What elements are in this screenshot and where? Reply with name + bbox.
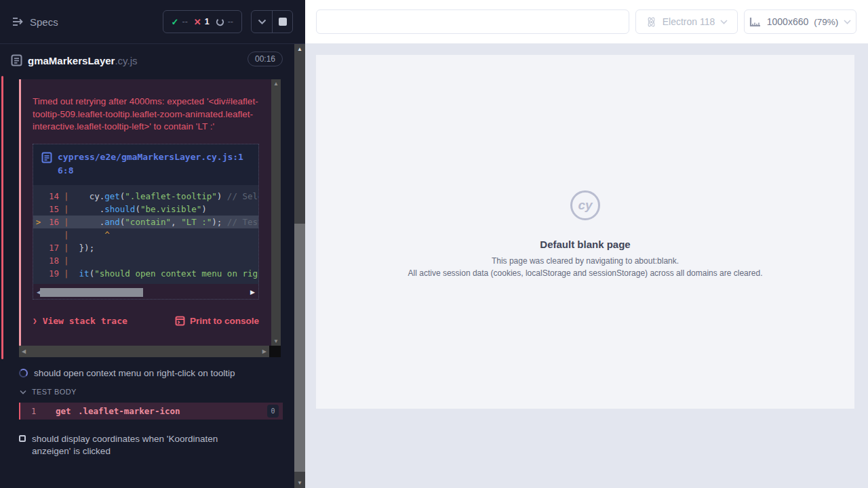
- blank-page-title: Default blank page: [316, 239, 854, 250]
- test-item-queued[interactable]: should display coordinates when 'Koordin…: [0, 433, 294, 458]
- error-content: Timed out retrying after 4000ms: expecte…: [19, 79, 271, 346]
- sidebar-scrollbar[interactable]: ▲ ▼: [294, 44, 305, 488]
- blank-page-message: cy Default blank page This page was clea…: [316, 190, 854, 278]
- code-line: 15| .should("be.visible"): [33, 203, 258, 216]
- code-frame-filename: cypress/e2e/gmaMarkersLayer.cy.js:16:8: [58, 150, 250, 178]
- aut-header: Electron 118 1000x660 (79%): [305, 0, 868, 44]
- print-to-console-button[interactable]: Print to console: [175, 316, 259, 326]
- command-message: .leaflet-marker-icon: [78, 406, 267, 416]
- spec-name-base: gmaMarkersLayer: [28, 55, 115, 66]
- passed-check-icon: ✓: [172, 17, 179, 27]
- viewport-info-button[interactable]: 1000x660 (79%): [744, 9, 856, 34]
- chevron-right-icon: ❯: [33, 317, 37, 325]
- error-h-scrollbar[interactable]: ◀ ▶: [19, 346, 281, 357]
- code-scroll-thumb[interactable]: [40, 288, 143, 297]
- cypress-logo: cy: [570, 190, 600, 220]
- command-log-row[interactable]: 1 get .leaflet-marker-icon 0: [19, 403, 283, 420]
- blank-page-line2: All active session data (cookies, localS…: [316, 268, 854, 278]
- code-line: >16| .and("contain", "LT :"); // Teste: [33, 216, 258, 228]
- scroll-down-arrow-icon[interactable]: ▼: [294, 480, 305, 486]
- scrollbar-corner: [269, 346, 281, 357]
- reporter-sidebar: Specs ✓ -- ✕ 1 --: [0, 0, 305, 488]
- spec-file-icon: [11, 54, 22, 66]
- chevron-down-icon: [20, 390, 26, 394]
- chevron-down-icon: [258, 19, 267, 24]
- code-line: | ^: [33, 228, 258, 241]
- run-controls: [251, 10, 293, 33]
- stat-failed: ✕ 1: [194, 17, 210, 27]
- console-icon: [175, 316, 185, 326]
- code-body: 14| cy.get(".leaflet-tooltip") // Selek1…: [33, 185, 258, 284]
- command-method: get: [56, 406, 78, 416]
- view-stack-trace-link[interactable]: ❯ View stack trace: [33, 316, 127, 326]
- viewport-size: 1000x660: [767, 16, 809, 27]
- scroll-left-arrow-icon[interactable]: ◀: [22, 346, 26, 357]
- sidebar-scroll-thumb[interactable]: [294, 224, 305, 472]
- stop-button[interactable]: [272, 11, 292, 33]
- code-frame-header[interactable]: cypress/e2e/gmaMarkersLayer.cy.js:16:8: [33, 144, 258, 185]
- test-body-label: TEST BODY: [32, 388, 77, 396]
- aut-stage: cy Default blank page This page was clea…: [305, 44, 868, 488]
- viewport-scale: (79%): [814, 17, 838, 27]
- test-item-running[interactable]: should open context menu on right-click …: [0, 368, 294, 378]
- test-stats: ✓ -- ✕ 1 --: [163, 10, 242, 33]
- spec-name-ext: .cy.js: [115, 55, 137, 66]
- browser-label: Electron 118: [663, 16, 715, 27]
- command-number: 1: [20, 407, 56, 416]
- attempt-fail-bar: [1, 76, 3, 359]
- scroll-right-arrow-icon[interactable]: ▶: [262, 346, 267, 357]
- test-body-section[interactable]: TEST BODY: [0, 388, 294, 396]
- chevron-down-icon: [720, 20, 728, 24]
- error-h-scroll-track[interactable]: ◀ ▶: [19, 346, 269, 357]
- stop-icon: [279, 18, 287, 26]
- test-title: should display coordinates when 'Koordin…: [32, 433, 256, 458]
- passed-count: --: [182, 17, 187, 26]
- spec-row[interactable]: gmaMarkersLayer.cy.js 00:16: [0, 45, 294, 76]
- code-h-scrollbar[interactable]: ◀ ▶: [35, 288, 257, 297]
- scroll-right-arrow-icon[interactable]: ▶: [248, 288, 257, 297]
- test-queued-icon: [19, 435, 26, 442]
- code-line: 18|: [33, 254, 258, 267]
- code-file-icon: [41, 152, 52, 163]
- test-title: should open context menu on right-click …: [34, 368, 235, 378]
- failed-attempt-block: Timed out retrying after 4000ms: expecte…: [0, 76, 294, 359]
- ruler-icon: [749, 16, 762, 27]
- code-line: 17| });: [33, 241, 258, 254]
- code-line: 14| cy.get(".leaflet-tooltip") // Selek: [33, 190, 258, 203]
- failed-count: 1: [205, 17, 210, 26]
- spec-duration-badge: 00:16: [248, 52, 283, 66]
- url-input[interactable]: [316, 9, 629, 34]
- error-message: Timed out retrying after 4000ms: expecte…: [33, 96, 260, 134]
- code-frame: cypress/e2e/gmaMarkersLayer.cy.js:16:8 1…: [33, 144, 259, 300]
- scroll-down-arrow-icon[interactable]: ▼: [271, 338, 281, 344]
- error-panel: Timed out retrying after 4000ms: expecte…: [19, 79, 281, 357]
- specs-menu-icon[interactable]: [9, 13, 27, 30]
- code-line: 19| it("should open context menu on righ: [33, 267, 258, 280]
- chevron-down-icon: [844, 20, 851, 24]
- test-running-spinner-icon: [19, 369, 28, 378]
- print-to-console-label: Print to console: [190, 316, 259, 326]
- failed-x-icon: ✕: [194, 17, 201, 27]
- electron-icon: [646, 16, 657, 28]
- aut-iframe: cy Default blank page This page was clea…: [316, 55, 854, 409]
- pending-count: --: [228, 17, 233, 26]
- spec-name: gmaMarkersLayer.cy.js: [28, 55, 137, 66]
- stat-passed: ✓ --: [172, 17, 188, 27]
- view-stack-trace-label: View stack trace: [43, 316, 127, 326]
- blank-page-line1: This page was cleared by navigating to a…: [316, 256, 854, 266]
- error-links: ❯ View stack trace Print to console: [33, 316, 259, 326]
- specs-label[interactable]: Specs: [30, 16, 58, 28]
- command-count-badge: 0: [267, 405, 279, 418]
- stat-pending: --: [216, 17, 233, 26]
- scroll-up-arrow-icon[interactable]: ▲: [271, 81, 281, 87]
- running-circle-icon: [216, 18, 224, 26]
- browser-select-button[interactable]: Electron 118: [635, 9, 738, 34]
- reporter-header: Specs ✓ -- ✕ 1 --: [0, 0, 305, 44]
- collapse-button[interactable]: [252, 11, 272, 33]
- error-v-scrollbar[interactable]: ▲ ▼: [271, 79, 281, 346]
- scroll-up-arrow-icon[interactable]: ▲: [294, 46, 305, 52]
